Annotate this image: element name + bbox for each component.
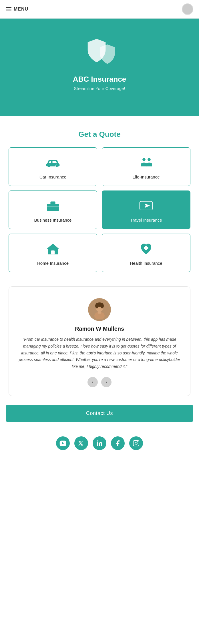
testimonial-prev-button[interactable]: ‹ [87,377,98,387]
svg-point-2 [142,158,146,161]
shield-icon [82,38,117,69]
travel-icon [139,199,153,214]
testimonial-navigation: ‹ › [17,377,182,387]
svg-rect-21 [98,311,101,314]
svg-point-19 [100,303,104,308]
health-insurance-label: Health Insurance [130,261,162,266]
svg-rect-14 [144,247,148,249]
social-icons-row [0,431,199,462]
life-insurance-label: Life-Insurance [132,174,160,179]
life-icon [139,156,153,171]
travel-insurance-card[interactable]: Travel Insurance [102,190,190,229]
testimonial-card: Ramon W Mullens "From car insurance to h… [9,286,190,396]
svg-point-3 [148,158,151,161]
travel-insurance-label: Travel Insurance [130,218,162,222]
health-insurance-card[interactable]: Health Insurance [102,234,190,272]
health-icon [139,242,153,257]
testimonial-avatar [88,298,111,321]
svg-point-1 [56,165,58,167]
testimonial-next-button[interactable]: › [101,377,112,387]
svg-rect-4 [47,204,59,211]
business-insurance-card[interactable]: Business Insurance [9,190,97,229]
user-avatar[interactable] [182,3,193,15]
quote-section-title: Get a Quote [9,130,190,139]
contact-section: Contact Us [6,405,193,422]
svg-rect-6 [51,202,55,204]
svg-point-22 [97,440,98,442]
linkedin-icon[interactable] [93,436,106,450]
menu-button[interactable]: MENU [6,7,28,12]
home-insurance-label: Home Insurance [37,261,69,266]
svg-rect-23 [133,440,139,446]
instagram-icon[interactable] [129,436,143,450]
hero-banner: ABC Insurance Streamline Your Coverage! [0,19,199,116]
navbar: MENU [0,0,199,19]
svg-rect-12 [51,250,55,254]
svg-point-18 [95,303,99,308]
hero-title: ABC Insurance [73,75,126,84]
facebook-icon[interactable] [111,436,125,450]
x-twitter-icon[interactable] [74,436,88,450]
insurance-grid: Car Insurance Life-Insurance [9,147,190,272]
business-insurance-label: Business Insurance [34,218,72,222]
testimonial-name: Ramon W Mullens [17,326,182,332]
life-insurance-card[interactable]: Life-Insurance [102,147,190,186]
hero-subtitle: Streamline Your Coverage! [74,86,125,91]
contact-us-button[interactable]: Contact Us [6,405,193,422]
car-insurance-label: Car Insurance [39,174,66,179]
car-insurance-card[interactable]: Car Insurance [9,147,97,186]
car-icon [46,156,60,171]
briefcase-icon [46,199,60,214]
svg-point-0 [48,165,50,167]
menu-label: MENU [14,7,28,12]
quote-section: Get a Quote Car Insurance [0,116,199,284]
hamburger-icon [6,7,11,11]
home-icon [46,242,60,257]
testimonial-quote: "From car insurance to health insurance … [17,336,182,370]
youtube-icon[interactable] [56,436,70,450]
svg-point-25 [137,441,138,442]
svg-point-24 [135,442,137,444]
home-insurance-card[interactable]: Home Insurance [9,234,97,272]
